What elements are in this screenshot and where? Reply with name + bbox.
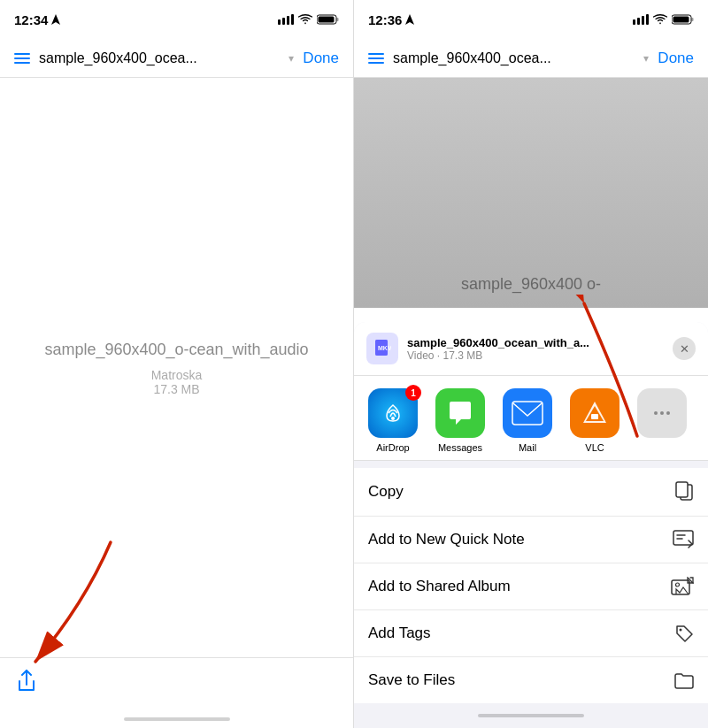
svg-rect-15 — [692, 18, 694, 21]
svg-rect-2 — [282, 18, 285, 25]
file-type: Matroska — [151, 368, 203, 382]
wifi-icon — [298, 14, 312, 25]
red-arrow-right — [566, 295, 681, 454]
share-header-file-icon: MKV — [366, 333, 398, 364]
right-time: 12:36 — [368, 12, 414, 27]
svg-rect-11 — [637, 18, 640, 25]
save-to-files-action[interactable]: Save to Files — [354, 657, 708, 703]
left-status-bar: 12:34 — [0, 0, 353, 39]
left-time: 12:34 — [14, 12, 60, 27]
right-chevron-down-icon[interactable]: ▾ — [643, 52, 649, 65]
quick-note-action[interactable]: Add to New Quick Note — [354, 517, 708, 563]
shared-album-label: Add to Shared Album — [368, 578, 511, 595]
navigation-icon-right — [405, 14, 414, 25]
right-status-bar: 12:36 — [354, 0, 708, 39]
left-done-button[interactable]: Done — [303, 50, 339, 67]
copy-label: Copy — [368, 483, 404, 501]
left-nav-bar: sample_960x400_ocea... ▾ Done — [0, 39, 353, 78]
save-to-files-label: Save to Files — [368, 671, 455, 689]
signal-icon-right — [633, 14, 649, 25]
svg-text:MKV: MKV — [378, 345, 391, 351]
hamburger-icon[interactable] — [14, 53, 30, 64]
battery-icon — [317, 14, 339, 25]
svg-rect-7 — [319, 17, 335, 23]
shared-album-icon — [671, 577, 694, 596]
chevron-down-icon[interactable]: ▾ — [289, 52, 294, 65]
svg-marker-0 — [51, 14, 60, 25]
quick-note-label: Add to New Quick Note — [368, 531, 525, 548]
folder-icon — [674, 671, 694, 690]
preview-filename: sample_960x400 o- — [354, 275, 708, 294]
right-phone: 12:36 — [354, 0, 708, 728]
video-file-icon: MKV — [373, 339, 391, 358]
svg-point-21 — [391, 417, 395, 420]
airdrop-label: AirDrop — [376, 442, 409, 453]
shared-album-action[interactable]: Add to Shared Album — [354, 563, 708, 610]
copy-icon — [674, 481, 694, 502]
svg-rect-6 — [337, 18, 339, 21]
file-size: 17.3 MB — [153, 382, 199, 396]
svg-rect-22 — [512, 402, 543, 425]
mail-label: Mail — [519, 442, 536, 453]
left-status-icons — [278, 14, 339, 25]
preview-bg — [354, 78, 708, 308]
file-name: sample_960x400_o-cean_with_audio — [44, 339, 308, 361]
svg-point-34 — [680, 629, 682, 632]
left-phone: 12:34 — [0, 0, 354, 728]
right-nav-title: sample_960x400_ocea... — [393, 50, 635, 66]
svg-rect-12 — [642, 16, 644, 25]
battery-icon-right — [672, 14, 694, 25]
mail-app-item[interactable]: Mail — [497, 388, 558, 453]
svg-rect-3 — [287, 16, 289, 25]
add-tags-action[interactable]: Add Tags — [354, 610, 708, 657]
right-status-icons — [633, 14, 694, 25]
add-tags-label: Add Tags — [368, 625, 431, 642]
messages-app-item[interactable]: Messages — [430, 388, 490, 453]
svg-rect-16 — [673, 17, 689, 23]
red-arrow-left — [13, 533, 137, 675]
copy-action[interactable]: Copy — [354, 468, 708, 517]
actions-list: Copy Add to New Quick Note Add to Shared — [354, 468, 708, 703]
quick-note-icon — [673, 530, 694, 549]
right-home-indicator — [478, 714, 584, 717]
airdrop-badge: 1 — [405, 385, 421, 401]
video-preview: sample_960x400 o- — [354, 78, 708, 308]
left-nav-title: sample_960x400_ocea... — [39, 50, 280, 66]
messages-svg — [445, 398, 475, 428]
signal-icon — [278, 14, 294, 25]
mail-svg — [512, 401, 543, 425]
right-hamburger-icon[interactable] — [368, 53, 384, 64]
svg-rect-1 — [278, 19, 281, 25]
svg-rect-30 — [676, 482, 688, 497]
svg-point-33 — [676, 583, 680, 586]
airdrop-icon: 1 — [368, 388, 418, 438]
svg-marker-9 — [405, 14, 414, 25]
airdrop-svg — [378, 398, 408, 428]
tags-icon — [674, 624, 694, 643]
navigation-icon — [51, 14, 60, 25]
svg-rect-10 — [633, 19, 635, 25]
mail-icon — [503, 388, 552, 438]
wifi-icon-right — [653, 14, 667, 25]
svg-rect-13 — [646, 14, 649, 25]
right-done-button[interactable]: Done — [658, 50, 694, 67]
right-nav-bar: sample_960x400_ocea... ▾ Done — [354, 39, 708, 78]
messages-icon — [435, 388, 485, 438]
svg-rect-4 — [291, 14, 294, 25]
airdrop-app-item[interactable]: 1 AirDrop — [363, 388, 423, 453]
home-indicator — [124, 717, 230, 721]
messages-label: Messages — [438, 442, 482, 453]
